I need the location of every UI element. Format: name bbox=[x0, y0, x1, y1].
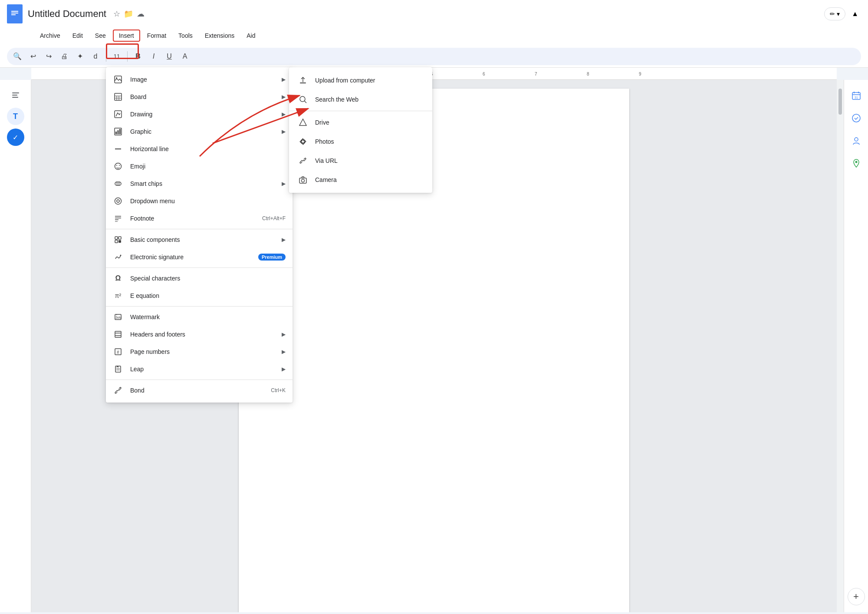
svg-line-73 bbox=[305, 101, 307, 103]
smart-chips-arrow: ▶ bbox=[282, 181, 286, 187]
menu-page-numbers[interactable]: # Page numbers ▶ bbox=[106, 343, 293, 360]
submenu-search-web[interactable]: Search the Web bbox=[289, 90, 432, 109]
watermark-icon: WM bbox=[113, 312, 123, 322]
spellcheck-button[interactable]: ✦ bbox=[73, 50, 87, 63]
menu-item-archive[interactable]: Archive bbox=[35, 30, 66, 41]
page-numbers-icon: # bbox=[113, 347, 123, 357]
menu-graphic[interactable]: Graphic ▶ bbox=[106, 123, 293, 140]
menu-electronic-signature[interactable]: Electronic signature Premium bbox=[106, 248, 293, 266]
collapse-button[interactable]: ▲ bbox=[849, 7, 861, 20]
headers-footers-label: Headers and footers bbox=[130, 331, 282, 338]
search-toolbar-button[interactable]: 🔍 bbox=[10, 50, 24, 63]
footnote-shortcut: Ctrl+Alt+F bbox=[262, 215, 286, 221]
color-button[interactable]: A bbox=[178, 50, 192, 63]
submenu-upload[interactable]: Upload from computer bbox=[289, 71, 432, 90]
submenu-camera[interactable]: Camera bbox=[289, 170, 432, 189]
scrollbar[interactable] bbox=[837, 80, 844, 612]
svg-text:6: 6 bbox=[483, 72, 485, 76]
tasks-icon[interactable] bbox=[848, 109, 865, 127]
calendar-icon[interactable]: 31 bbox=[848, 87, 865, 104]
svg-rect-54 bbox=[115, 237, 118, 239]
menu-leap[interactable]: Leap ▶ bbox=[106, 360, 293, 378]
horizontal-line-icon bbox=[113, 144, 123, 154]
headers-footers-icon bbox=[113, 329, 123, 340]
smart-chips-label: Smart chips bbox=[130, 180, 282, 187]
plus-expand-area: + bbox=[848, 588, 865, 612]
svg-rect-55 bbox=[118, 237, 121, 239]
italic-button[interactable]: I bbox=[147, 50, 161, 63]
svg-point-42 bbox=[116, 165, 117, 166]
menu-watermark[interactable]: WM Watermark bbox=[106, 308, 293, 326]
svg-rect-56 bbox=[115, 240, 118, 243]
menu-bar: Archive Edit See Insert Format Tools Ext… bbox=[0, 28, 868, 45]
menu-footnote[interactable]: Footnote Ctrl+Alt+F bbox=[106, 210, 293, 227]
bond-shortcut: Ctrl+K bbox=[271, 387, 286, 393]
menu-dropdown-menu[interactable]: Dropdown menu bbox=[106, 192, 293, 210]
photos-icon bbox=[298, 136, 308, 147]
chevron-up-icon: ▲ bbox=[852, 10, 858, 17]
svg-point-77 bbox=[302, 179, 305, 182]
menu-emoji[interactable]: Emoji bbox=[106, 158, 293, 175]
board-arrow: ▶ bbox=[282, 94, 286, 100]
doc-title: Untitled Document bbox=[28, 8, 106, 20]
menu-special-characters[interactable]: Ω Special characters bbox=[106, 270, 293, 287]
pencil-icon: ✏ bbox=[830, 10, 835, 17]
insert-dropdown: Image ▶ Board ▶ Drawing ▶ bbox=[106, 67, 293, 403]
menu-item-extensions[interactable]: Extensions bbox=[200, 30, 240, 41]
submenu-drive[interactable]: Drive bbox=[289, 113, 432, 132]
svg-rect-2 bbox=[11, 13, 18, 13]
divider-3 bbox=[106, 306, 293, 307]
scrollbar-thumb[interactable] bbox=[838, 89, 842, 115]
undo-button[interactable]: ↩ bbox=[26, 50, 40, 63]
svg-rect-18 bbox=[12, 95, 17, 96]
underline-button[interactable]: U bbox=[162, 50, 176, 63]
edit-pencil-button[interactable]: ✏ ▾ bbox=[824, 7, 845, 20]
bold-button[interactable]: B bbox=[131, 50, 145, 63]
check-icon[interactable]: ✓ bbox=[7, 129, 24, 146]
svg-text:WM: WM bbox=[116, 316, 122, 319]
expand-plus-icon[interactable]: + bbox=[848, 588, 865, 605]
leap-label: Leap bbox=[130, 366, 282, 373]
premium-badge: Premium bbox=[258, 254, 286, 261]
svg-line-75 bbox=[302, 160, 304, 161]
svg-rect-0 bbox=[10, 8, 20, 20]
print-button[interactable]: 🖨 bbox=[57, 50, 71, 63]
svg-point-49 bbox=[117, 200, 119, 202]
menu-horizontal-line[interactable]: Horizontal line bbox=[106, 140, 293, 158]
submenu-via-url[interactable]: Via URL bbox=[289, 151, 432, 170]
star-icon[interactable]: ☆ bbox=[113, 9, 120, 19]
menu-board[interactable]: Board ▶ bbox=[106, 88, 293, 106]
cloud-icon[interactable]: ☁ bbox=[137, 9, 145, 19]
menu-item-see[interactable]: See bbox=[90, 30, 111, 41]
menu-item-insert[interactable]: Insert bbox=[113, 30, 140, 42]
font-size-button[interactable]: 11 bbox=[110, 50, 124, 63]
drawing-icon bbox=[113, 109, 123, 119]
menu-item-format[interactable]: Format bbox=[142, 30, 171, 41]
menu-item-tools[interactable]: Tools bbox=[173, 30, 198, 41]
submenu-photos[interactable]: Photos bbox=[289, 132, 432, 151]
text-type-icon[interactable]: T bbox=[7, 108, 24, 125]
menu-image[interactable]: Image ▶ bbox=[106, 71, 293, 88]
menu-drawing[interactable]: Drawing ▶ bbox=[106, 106, 293, 123]
menu-item-aid[interactable]: Aid bbox=[241, 30, 260, 41]
left-sidebar: T ✓ bbox=[0, 80, 31, 612]
menu-headers-footers[interactable]: Headers and footers ▶ bbox=[106, 326, 293, 343]
folder-icon[interactable]: 📁 bbox=[124, 9, 133, 19]
toolbar-divider-1 bbox=[106, 51, 106, 62]
format-clear-button[interactable]: d bbox=[89, 50, 102, 63]
drawing-arrow: ▶ bbox=[282, 111, 286, 117]
leap-arrow: ▶ bbox=[282, 366, 286, 372]
menu-bond[interactable]: Bond Ctrl+K bbox=[106, 382, 293, 399]
photos-label: Photos bbox=[315, 138, 424, 145]
menu-e-equation[interactable]: π² E equation bbox=[106, 287, 293, 304]
menu-basic-components[interactable]: Basic components ▶ bbox=[106, 231, 293, 248]
special-characters-label: Special characters bbox=[130, 275, 286, 282]
menu-smart-chips[interactable]: Smart chips ▶ bbox=[106, 175, 293, 192]
menu-item-edit[interactable]: Edit bbox=[67, 30, 88, 41]
contacts-icon[interactable] bbox=[848, 132, 865, 149]
maps-icon[interactable] bbox=[848, 155, 865, 172]
basic-components-label: Basic components bbox=[130, 236, 282, 243]
outline-icon[interactable] bbox=[7, 87, 24, 104]
title-icons: ☆ 📁 ☁ bbox=[113, 9, 145, 19]
redo-button[interactable]: ↪ bbox=[42, 50, 56, 63]
